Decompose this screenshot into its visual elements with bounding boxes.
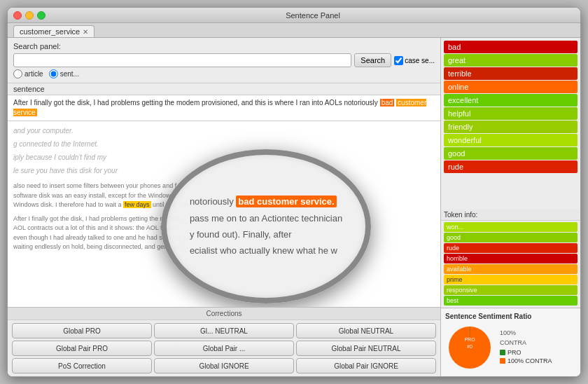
small-word-label-best: best xyxy=(444,297,578,304)
magnifier-lens: notoriously bad customer service. pass m… xyxy=(161,149,371,303)
magnifier-content: notoriously bad customer service. pass m… xyxy=(183,186,349,266)
days-highlight: few days xyxy=(123,201,151,208)
tab-customer-service[interactable]: customer_service ✕ xyxy=(13,25,94,37)
pos-correction-button[interactable]: PoS Correction xyxy=(12,358,152,373)
text-content-area: and your computer. g connected to the In… xyxy=(8,121,440,307)
small-word-horrible[interactable]: horrible xyxy=(444,254,578,263)
global-neutral-2-button[interactable]: Global NEUTRAL xyxy=(296,323,436,338)
small-word-list: won... good rude horrible available prim… xyxy=(441,221,580,308)
search-button[interactable]: Search xyxy=(354,53,391,67)
maximize-button[interactable] xyxy=(37,11,46,20)
main-window: Sentence Panel customer_service ✕ Search… xyxy=(7,7,581,377)
contra-label-text: CONTRA xyxy=(500,339,552,346)
word-label-online: online xyxy=(444,83,578,91)
global-pair-pro-button[interactable]: Global Pair PRO xyxy=(12,341,152,356)
word-label-friendly: friendly xyxy=(444,123,578,131)
small-word-label-responsive: responsive xyxy=(444,287,578,294)
global-neutral-button[interactable]: Gl... NEUTRAL xyxy=(154,323,294,338)
word-item-great[interactable]: great xyxy=(444,54,578,67)
word-item-wonderful[interactable]: wonderful xyxy=(444,134,578,146)
word-label-great: great xyxy=(444,56,578,64)
text-line-2: g connected to the Internet. xyxy=(13,139,435,149)
small-word-available[interactable]: available xyxy=(444,264,578,274)
small-word-label-prime: prime xyxy=(444,276,578,283)
word-label-helpful: helpful xyxy=(444,109,578,118)
word-item-online[interactable]: online xyxy=(444,81,578,93)
global-ignore-button[interactable]: Global IGNORE xyxy=(154,358,294,373)
right-panel: bad great terrible online excellent help… xyxy=(440,38,580,376)
case-sensitive-option[interactable]: case se... xyxy=(394,56,435,65)
sentence-label: sent... xyxy=(60,70,79,78)
small-word-label-good: good xyxy=(444,234,578,241)
sentiment-chart: PRO #0 100% CONTRA PRO 100% CO xyxy=(445,323,576,372)
small-word-wonderful[interactable]: won... xyxy=(444,222,578,232)
contra-pct: 100% xyxy=(500,329,552,336)
word-item-excellent[interactable]: excellent xyxy=(444,94,578,107)
contra-legend-label: 100% CONTRA xyxy=(507,357,552,364)
small-word-prime[interactable]: prime xyxy=(444,275,578,284)
contra-legend-dot xyxy=(500,358,505,364)
small-word-best[interactable]: best xyxy=(444,296,578,306)
global-pair-neutral-2-button[interactable]: Global Pair NEUTRAL xyxy=(296,341,436,356)
traffic-lights xyxy=(13,11,46,20)
small-word-label-wonderful: won... xyxy=(444,224,578,231)
mag-line-4: ecialist who actually knew what he w xyxy=(190,242,342,259)
case-sensitive-checkbox[interactable] xyxy=(394,56,403,65)
tab-bar: customer_service ✕ xyxy=(8,23,580,38)
small-word-label-horrible: horrible xyxy=(444,255,578,262)
mag-highlight-bad: bad customer service. xyxy=(236,196,336,207)
pro-value-svg: #0 xyxy=(467,344,472,349)
word-label-terrible: terrible xyxy=(444,69,578,78)
pro-legend-dot xyxy=(500,350,505,355)
search-options: article sent... xyxy=(13,69,435,78)
article-radio[interactable]: article xyxy=(13,69,43,78)
pro-label-svg: PRO xyxy=(464,337,475,342)
global-pro-button[interactable]: Global PRO xyxy=(12,323,152,338)
search-row: Search case se... xyxy=(13,53,435,67)
mag-line-1: notoriously bad customer service. xyxy=(190,193,342,210)
global-pair-ignore-button[interactable]: Global Pair IGNORE xyxy=(296,358,436,373)
search-area: Search panel: Search case se... article xyxy=(8,38,440,83)
search-input[interactable] xyxy=(13,53,351,67)
word-item-bad[interactable]: bad xyxy=(444,41,578,53)
word-label-wonderful: wonderful xyxy=(444,136,578,144)
text-line-1: and your computer. xyxy=(13,125,435,136)
minimize-button[interactable] xyxy=(25,11,34,20)
close-button[interactable] xyxy=(13,11,22,20)
article-radio-input[interactable] xyxy=(13,69,22,78)
small-word-label-available: available xyxy=(444,266,578,273)
word-item-terrible[interactable]: terrible xyxy=(444,67,578,80)
main-content: Search panel: Search case se... article xyxy=(8,38,580,376)
mag-line-2: pass me on to an Actiontec technician xyxy=(190,210,342,226)
title-bar: Sentence Panel xyxy=(8,8,580,23)
word-label-good: good xyxy=(444,149,578,158)
word-label-bad: bad xyxy=(444,43,578,51)
search-label: Search panel: xyxy=(13,42,435,50)
small-word-responsive[interactable]: responsive xyxy=(444,285,578,295)
sentence-radio[interactable]: sent... xyxy=(49,69,79,78)
small-word-good[interactable]: good xyxy=(444,233,578,242)
sentence-text-row: After I finally got the disk, I had prob… xyxy=(8,95,440,121)
sentence-text-before: After I finally got the disk, I had prob… xyxy=(13,99,378,107)
word-item-friendly[interactable]: friendly xyxy=(444,121,578,133)
sentence-header: sentence xyxy=(8,83,440,95)
sentiment-legend: 100% CONTRA PRO 100% CONTRA xyxy=(500,329,552,366)
pro-legend-label: PRO xyxy=(507,349,522,356)
word-item-helpful[interactable]: helpful xyxy=(444,107,578,120)
word-label-excellent: excellent xyxy=(444,96,578,104)
global-pair-neutral-button[interactable]: Global Pair ... xyxy=(154,341,294,356)
tab-close-icon[interactable]: ✕ xyxy=(83,28,88,36)
sentence-radio-input[interactable] xyxy=(49,69,58,78)
word-label-rude: rude xyxy=(444,163,578,171)
pie-chart: PRO #0 xyxy=(445,323,494,372)
left-panel: Search panel: Search case se... article xyxy=(8,38,440,376)
sentiment-panel: Sentence Sentiment Ratio PRO #0 100% xyxy=(441,308,580,376)
word-item-good[interactable]: good xyxy=(444,147,578,160)
word-item-rude[interactable]: rude xyxy=(444,160,578,173)
small-word-rude[interactable]: rude xyxy=(444,243,578,253)
mag-line-3: y found out). Finally, after xyxy=(190,226,342,242)
pro-legend-item: PRO xyxy=(500,349,552,356)
small-word-label-rude: rude xyxy=(444,245,578,252)
tab-label: customer_service xyxy=(20,27,80,36)
corrections-label: Corrections xyxy=(8,308,440,320)
